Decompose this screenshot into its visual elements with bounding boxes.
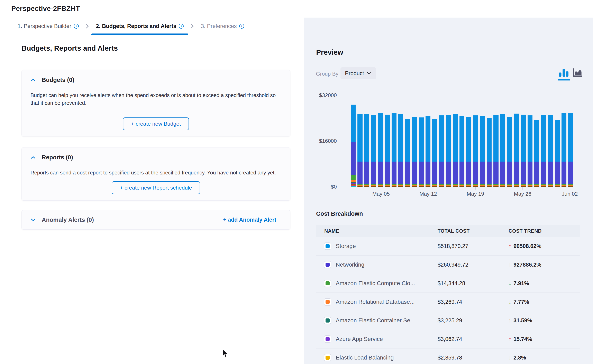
info-icon[interactable] (74, 24, 79, 29)
stacked-bar[interactable] (432, 95, 437, 187)
info-icon[interactable] (239, 24, 244, 29)
cost-breakdown-row[interactable]: Amazon Relational Database...$3,269.74↓7… (316, 293, 580, 311)
bar-segment (507, 184, 512, 185)
stacked-bar[interactable] (507, 95, 512, 187)
stacked-bar[interactable] (419, 95, 424, 187)
stacked-bar[interactable] (555, 95, 560, 187)
tab-perspective-builder[interactable]: 1. Perspective Builder (13, 18, 84, 35)
tab-preferences[interactable]: 3. Preferences (196, 18, 249, 35)
bar-segment (493, 115, 498, 162)
chart-bars (351, 95, 573, 187)
reports-description: Reports can send a cost report to specif… (30, 169, 283, 176)
bar-segment (555, 186, 560, 187)
cost-breakdown-row[interactable]: Amazon Elastic Container Se...$3,225.29↑… (316, 311, 580, 330)
x-axis-label: May 26 (506, 191, 539, 197)
stacked-bar[interactable] (500, 95, 505, 187)
stacked-bar[interactable] (446, 95, 451, 187)
stacked-bar[interactable] (493, 95, 498, 187)
stacked-bar[interactable] (385, 95, 390, 187)
stacked-bar[interactable] (351, 95, 356, 187)
tab-label: 1. Perspective Builder (18, 23, 71, 29)
bar-segment (432, 184, 437, 185)
bar-segment (521, 186, 526, 187)
bar-segment (507, 186, 512, 187)
budgets-description: Budget can help you receive alerts when … (30, 91, 283, 107)
stacked-bar[interactable] (514, 95, 519, 187)
budgets-card: Budgets (0) Budget can help you receive … (21, 70, 290, 136)
preview-title: Preview (316, 48, 343, 56)
stacked-bar[interactable] (548, 95, 553, 187)
bar-segment (378, 184, 383, 185)
trend-up-arrow-icon: ↑ (509, 243, 511, 249)
bar-segment (357, 162, 362, 184)
cost-breakdown-row[interactable]: Azure App Service$3,062.74↑15.74% (316, 330, 580, 349)
bar-segment (426, 186, 430, 187)
info-icon[interactable] (179, 24, 184, 29)
bar-segment (439, 186, 444, 187)
bar-segment (568, 186, 573, 187)
stacked-bar[interactable] (568, 95, 573, 187)
bar-segment (357, 186, 362, 187)
add-anomaly-alert-link[interactable]: + add Anomaly Alert (223, 217, 276, 223)
tab-budgets-reports-alerts[interactable]: 2. Budgets, Reports and Alerts (91, 18, 189, 35)
trend-percent: 90508.62% (513, 243, 541, 249)
stacked-bar[interactable] (412, 95, 417, 187)
bar-segment (527, 184, 533, 185)
bar-segment (541, 186, 546, 187)
cost-breakdown-row[interactable]: Amazon Elastic Compute Clo...$14,344.28↓… (316, 274, 580, 293)
stacked-bar[interactable] (398, 95, 403, 187)
create-report-button[interactable]: + create new Report schedule (112, 181, 200, 194)
bar-segment (419, 162, 424, 184)
bar-segment (493, 186, 498, 187)
stacked-bar[interactable] (473, 95, 478, 187)
bar-segment (419, 184, 424, 185)
cost-breakdown-row[interactable]: Elastic Load Balancing$2,359.78↓2.8% (316, 349, 580, 364)
mouse-cursor (222, 349, 229, 359)
bar-chart-toggle-icon[interactable] (559, 68, 569, 77)
stacked-bar[interactable] (405, 95, 410, 187)
stacked-bar[interactable] (460, 95, 464, 187)
anomaly-alerts-card: Anomaly Alerts (0) + add Anomaly Alert (21, 210, 290, 230)
stacked-bar[interactable] (378, 95, 383, 187)
row-name: Storage (336, 243, 356, 249)
bar-segment (351, 186, 356, 187)
stacked-bar[interactable] (487, 95, 492, 187)
bar-segment (351, 104, 356, 142)
cost-breakdown-row[interactable]: Storage$518,870.27↑90508.62% (316, 237, 580, 255)
stacked-bar[interactable] (521, 95, 526, 187)
stacked-bar[interactable] (426, 95, 430, 187)
x-axis-tick (428, 187, 428, 189)
stacked-bar[interactable] (561, 95, 566, 187)
area-chart-toggle-icon[interactable] (572, 68, 583, 77)
bar-segment (480, 162, 485, 184)
bar-segment (392, 113, 396, 162)
trend-percent: 15.74% (513, 336, 532, 342)
bar-segment (371, 162, 376, 184)
bar-segment (541, 184, 546, 185)
stacked-bar[interactable] (439, 95, 444, 187)
bar-segment (357, 114, 362, 162)
cost-breakdown-row[interactable]: Networking$260,949.72↑927886.2% (316, 255, 580, 274)
group-by-select[interactable]: Product (340, 67, 376, 79)
expand-chevron-down-icon[interactable] (31, 218, 36, 221)
bar-segment (378, 186, 383, 187)
stacked-bar[interactable] (392, 95, 396, 187)
stacked-bar[interactable] (541, 95, 546, 187)
collapse-chevron-up-icon[interactable] (31, 156, 36, 159)
stacked-bar[interactable] (371, 95, 376, 187)
stacked-bar[interactable] (466, 95, 471, 187)
bar-segment (364, 162, 369, 184)
collapse-chevron-up-icon[interactable] (31, 78, 36, 82)
bar-segment (473, 115, 478, 162)
stacked-bar[interactable] (527, 95, 533, 187)
stacked-bar[interactable] (534, 95, 539, 187)
stacked-bar[interactable] (453, 95, 458, 187)
stacked-bar[interactable] (480, 95, 485, 187)
bar-segment (480, 116, 485, 162)
stacked-bar[interactable] (364, 95, 369, 187)
bar-segment (460, 184, 464, 185)
create-budget-button[interactable]: + create new Budget (123, 117, 189, 130)
row-cost-trend: ↑927886.2% (509, 261, 541, 268)
tab-label: 3. Preferences (201, 23, 237, 29)
stacked-bar[interactable] (357, 95, 362, 187)
